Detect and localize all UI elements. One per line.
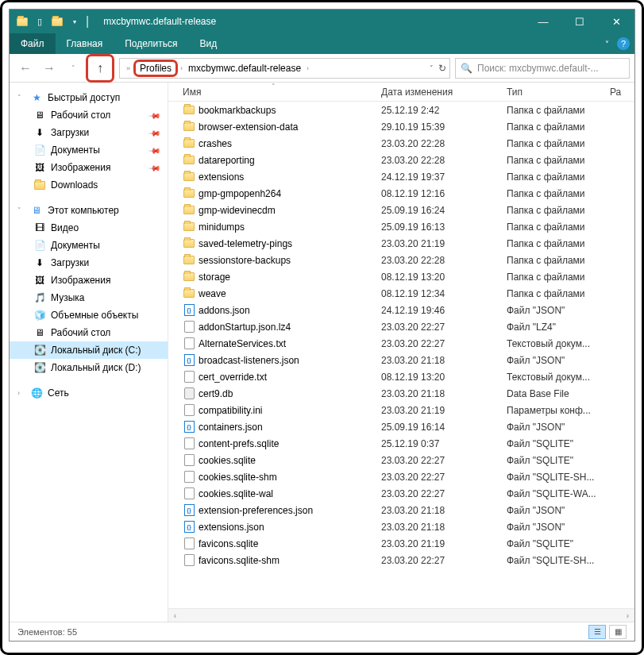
qat-properties-icon[interactable]: ▯ bbox=[33, 15, 46, 28]
menu-file[interactable]: Файл bbox=[10, 33, 56, 54]
sidebar-item[interactable]: ⬇Загрузки bbox=[10, 254, 168, 272]
file-row[interactable]: compatibility.ini23.03.20 21:19Параметры… bbox=[168, 402, 633, 418]
file-row[interactable]: storage08.12.19 13:20Папка с файлами bbox=[168, 268, 633, 285]
address-dropdown-icon[interactable]: ˅ bbox=[430, 64, 434, 72]
ribbon-expand-icon[interactable]: ˅ bbox=[605, 40, 609, 48]
sidebar-quick-access[interactable]: ˅★Быстрый доступ bbox=[10, 89, 168, 106]
sidebar-item[interactable]: 🎵Музыка bbox=[10, 289, 168, 306]
file-row[interactable]: datareporting23.03.20 22:28Папка с файла… bbox=[168, 152, 633, 168]
sidebar-item[interactable]: 📄Документы📌 bbox=[10, 141, 168, 159]
file-date: 25.12.19 0:37 bbox=[381, 438, 507, 449]
crumb-current[interactable]: mxcbymwc.default-release bbox=[185, 59, 304, 78]
file-row[interactable]: minidumps25.09.19 16:13Папка с файлами bbox=[168, 218, 633, 235]
crumb-profiles[interactable]: Profiles bbox=[137, 63, 175, 74]
file-row[interactable]: AlternateServices.txt23.03.20 22:27Текст… bbox=[168, 335, 633, 352]
sidebar-network[interactable]: ›🌐Сеть bbox=[10, 384, 168, 402]
maximize-button[interactable]: ☐ bbox=[561, 10, 598, 33]
desktop-icon: 🖥 bbox=[33, 109, 46, 121]
file-icon bbox=[183, 554, 195, 567]
file-row[interactable]: cookies.sqlite23.03.20 22:27Файл "SQLITE… bbox=[168, 452, 633, 468]
sidebar-this-pc[interactable]: ˅🖥Этот компьютер bbox=[10, 202, 168, 219]
sidebar-item[interactable]: 🎞Видео bbox=[10, 219, 168, 237]
json-icon: {} bbox=[183, 354, 195, 367]
sidebar-item[interactable]: Downloads bbox=[10, 176, 168, 194]
help-icon[interactable]: ? bbox=[617, 37, 630, 50]
file-type: Папка с файлами bbox=[507, 188, 610, 199]
scroll-right-icon[interactable]: › bbox=[621, 609, 634, 622]
address-bar[interactable]: » Profiles › mxcbymwc.default-release › … bbox=[119, 58, 450, 79]
sidebar-item[interactable]: 🖥Рабочий стол bbox=[10, 324, 168, 341]
menu-share[interactable]: Поделиться bbox=[114, 33, 188, 54]
file-name: cookies.sqlite-wal bbox=[199, 488, 273, 499]
file-row[interactable]: extensions24.12.19 19:37Папка с файлами bbox=[168, 168, 633, 185]
desktop-icon: 🖥 bbox=[33, 326, 46, 339]
col-date-header[interactable]: Дата изменения bbox=[381, 87, 507, 98]
file-row[interactable]: content-prefs.sqlite25.12.19 0:37Файл "S… bbox=[168, 435, 633, 452]
file-row[interactable]: cert9.db23.03.20 21:18Data Base File bbox=[168, 385, 633, 402]
file-row[interactable]: saved-telemetry-pings23.03.20 21:19Папка… bbox=[168, 235, 633, 252]
chevron-right-icon[interactable]: › bbox=[304, 64, 311, 72]
file-row[interactable]: sessionstore-backups23.03.20 22:28Папка … bbox=[168, 252, 633, 268]
refresh-button[interactable]: ↻ bbox=[438, 63, 446, 74]
file-type: Папка с файлами bbox=[507, 255, 610, 266]
nav-forward-button[interactable]: → bbox=[38, 57, 60, 79]
file-row[interactable]: bookmarkbackups25.12.19 2:42Папка с файл… bbox=[168, 102, 633, 118]
file-row[interactable]: favicons.sqlite-shm23.03.20 22:27Файл "S… bbox=[168, 552, 633, 568]
view-icons-button[interactable]: ▦ bbox=[609, 625, 627, 639]
file-row[interactable]: favicons.sqlite23.03.20 21:19Файл "SQLIT… bbox=[168, 535, 633, 552]
view-details-button[interactable]: ☰ bbox=[588, 625, 606, 639]
nav-recent-dropdown[interactable]: ˅ bbox=[62, 57, 84, 79]
file-row[interactable]: cookies.sqlite-shm23.03.20 22:27Файл "SQ… bbox=[168, 468, 633, 485]
file-row[interactable]: browser-extension-data29.10.19 15:39Папк… bbox=[168, 118, 633, 135]
sidebar-item[interactable]: 🧊Объемные объекты bbox=[10, 306, 168, 324]
close-button[interactable]: ✕ bbox=[598, 10, 634, 33]
minimize-button[interactable]: — bbox=[525, 10, 561, 33]
crumb-root-icon[interactable]: » bbox=[123, 59, 133, 78]
search-input[interactable]: 🔍 Поиск: mxcbymwc.default-... bbox=[455, 58, 630, 79]
file-type: Файл "SQLITE" bbox=[507, 438, 610, 449]
file-date: 25.09.19 16:14 bbox=[381, 422, 507, 433]
file-row[interactable]: crashes23.03.20 22:28Папка с файлами bbox=[168, 135, 633, 152]
file-row[interactable]: cookies.sqlite-wal23.03.20 22:27Файл "SQ… bbox=[168, 485, 633, 502]
chevron-right-icon[interactable]: › bbox=[178, 64, 185, 72]
pictures-icon: 🖼 bbox=[33, 161, 46, 174]
explorer-window: ▯ ▾ | mxcbymwc.default-release — ☐ ✕ Фай… bbox=[9, 9, 635, 642]
sidebar-item[interactable]: 🖼Изображения bbox=[10, 272, 168, 289]
file-list[interactable]: bookmarkbackups25.12.19 2:42Папка с файл… bbox=[168, 102, 634, 608]
file-row[interactable]: {}addons.json24.12.19 19:46Файл "JSON" bbox=[168, 302, 633, 318]
col-size-header[interactable]: Ра bbox=[610, 87, 627, 98]
file-row[interactable]: {}containers.json25.09.19 16:14Файл "JSO… bbox=[168, 418, 633, 435]
qat-newfolder-icon[interactable] bbox=[51, 15, 64, 28]
sidebar-item[interactable]: 💽Локальный диск (D:) bbox=[10, 359, 168, 376]
nav-up-button[interactable]: ↑ bbox=[89, 57, 111, 79]
sidebar-item[interactable]: 🖥Рабочий стол📌 bbox=[10, 106, 168, 124]
file-row[interactable]: weave08.12.19 12:34Папка с файлами bbox=[168, 285, 633, 302]
file-row[interactable]: gmp-gmpopenh26408.12.19 12:16Папка с фай… bbox=[168, 185, 633, 202]
file-row[interactable]: gmp-widevinecdm25.09.19 16:24Папка с фай… bbox=[168, 202, 633, 218]
col-type-header[interactable]: Тип bbox=[507, 87, 610, 98]
file-row[interactable]: cert_override.txt08.12.19 13:20Текстовый… bbox=[168, 368, 633, 385]
file-icon bbox=[183, 437, 195, 450]
sidebar-item[interactable]: ⬇Загрузки📌 bbox=[10, 124, 168, 141]
file-row[interactable]: {}extensions.json23.03.20 21:18Файл "JSO… bbox=[168, 518, 633, 535]
file-row[interactable]: addonStartup.json.lz423.03.20 22:27Файл … bbox=[168, 318, 633, 335]
file-type: Файл "SQLITE-WA... bbox=[507, 488, 610, 499]
file-row[interactable]: {}extension-preferences.json23.03.20 21:… bbox=[168, 502, 633, 518]
item-count-label: Элементов: 55 bbox=[17, 627, 77, 637]
horizontal-scrollbar[interactable]: ‹ › bbox=[168, 608, 634, 622]
file-row[interactable]: {}broadcast-listeners.json23.03.20 21:18… bbox=[168, 352, 633, 368]
menu-home[interactable]: Главная bbox=[56, 33, 114, 54]
qat-dropdown-icon[interactable]: ▾ bbox=[68, 15, 81, 28]
sidebar-item[interactable]: 📄Документы bbox=[10, 237, 168, 254]
sidebar-item[interactable]: 💽Локальный диск (C:) bbox=[10, 341, 168, 359]
file-date: 08.12.19 12:34 bbox=[381, 288, 507, 299]
nav-back-button[interactable]: ← bbox=[14, 57, 37, 79]
scroll-left-icon[interactable]: ‹ bbox=[168, 609, 182, 622]
file-type: Параметры конф... bbox=[507, 405, 610, 416]
star-icon: ★ bbox=[30, 91, 43, 104]
file-date: 23.03.20 22:27 bbox=[381, 322, 507, 333]
menu-view[interactable]: Вид bbox=[188, 33, 228, 54]
file-type: Файл "JSON" bbox=[507, 505, 610, 516]
sidebar-item[interactable]: 🖼Изображения📌 bbox=[10, 159, 168, 176]
file-date: 23.03.20 21:18 bbox=[381, 388, 507, 399]
